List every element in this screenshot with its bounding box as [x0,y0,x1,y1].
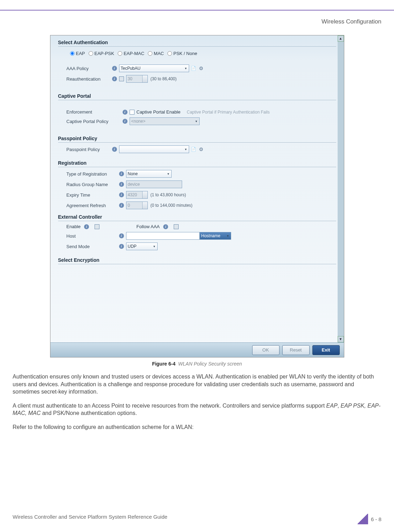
reauth-spinner[interactable]: 30 [126,75,148,83]
captive-enable-label: Captive Portal Enable [137,109,181,115]
section-select-authentication: Select Authentication [58,40,336,47]
expiry-hint: (1 to 43,800 hours) [151,192,186,197]
expiry-spinner[interactable]: 4320 [126,191,148,199]
paragraph-2: A client must authenticate to an Access … [13,402,381,417]
captive-policy-select[interactable]: <none> [130,117,200,125]
reg-type-label: Type of Registration [67,171,119,177]
passpoint-label: Passpoint Policy [67,147,112,152]
scrollbar[interactable] [338,42,344,336]
header-title: Wireless Configuration [13,18,381,25]
page-flag-icon [358,514,368,524]
info-icon[interactable]: i [119,203,124,208]
radio-mac[interactable]: MAC [148,51,164,56]
section-ext-controller: External Controller [58,214,336,221]
scroll-up-button[interactable]: ▲ [338,35,344,42]
info-icon[interactable]: i [123,119,127,124]
host-label: Host [67,233,119,239]
extctrl-enable-label: Enable [67,224,81,229]
info-icon[interactable]: i [119,171,124,176]
extctrl-enable-checkbox[interactable] [95,224,99,229]
figure-number: Figure 6-4 [152,361,175,367]
passpoint-select[interactable] [119,145,189,153]
info-icon[interactable]: i [112,147,117,152]
radio-psk-none[interactable]: PSK / None [167,51,197,56]
radio-eap-mac[interactable]: EAP-MAC [118,51,144,56]
follow-aaa-label: Follow AAA [137,224,160,229]
info-icon[interactable]: i [119,244,124,249]
captive-enable-checkbox[interactable] [130,110,134,115]
info-icon[interactable]: i [112,66,117,71]
scroll-down-button[interactable]: ▼ [338,336,344,342]
expiry-label: Expiry Time [67,192,119,198]
section-passpoint: Passpoint Policy [58,136,336,143]
radio-eap-psk[interactable]: EAP-PSK [89,51,114,56]
refresh-label: Agreement Refresh [67,203,119,208]
figure-title: WLAN Policy Security screen [178,361,242,367]
button-bar: OK Reset Exit [50,342,344,357]
info-icon[interactable]: i [112,76,117,81]
gear-icon[interactable] [198,65,205,71]
reset-button[interactable]: Reset [282,345,310,355]
reauth-hint: (30 to 86,400) [151,76,177,81]
sendmode-select[interactable]: UDP [126,243,158,250]
info-icon[interactable]: i [119,192,124,197]
reauth-checkbox[interactable] [119,76,124,81]
info-icon[interactable]: i [163,224,168,229]
captive-fallback-label: Captive Portal if Primary Authentication… [187,110,270,115]
radio-eap[interactable]: EAP [70,51,85,56]
section-select-encryption: Select Encryption [58,257,336,264]
radius-group-input[interactable] [126,180,182,188]
page-number: 6 - 8 [371,516,381,522]
sendmode-label: Send Mode [67,244,119,249]
aaa-policy-select[interactable]: TecPubAU [119,64,189,72]
aaa-policy-label: AAA Policy [67,66,112,71]
host-input[interactable] [126,232,200,240]
add-policy-icon[interactable] [191,65,197,71]
section-registration: Registration [58,160,336,167]
paragraph-3: Refer to the following to configure an a… [13,423,381,431]
host-type-select[interactable]: Hostname [200,232,231,240]
enforcement-label: Enforcement [67,109,123,115]
auth-radio-group: EAP EAP-PSK EAP-MAC MAC PSK / None [58,51,336,56]
footer-text: Wireless Controller and Service Platform… [13,514,167,524]
info-icon[interactable]: i [119,182,124,187]
radius-group-label: Radius Group Name [67,182,119,187]
ok-button[interactable]: OK [252,345,279,355]
info-icon[interactable]: i [84,224,89,229]
refresh-spinner[interactable]: 0 [126,202,148,209]
add-policy-icon[interactable] [191,146,197,152]
info-icon[interactable]: i [123,110,127,115]
refresh-hint: (0 to 144,000 minutes) [151,203,193,208]
captive-policy-label: Captive Portal Policy [67,119,123,124]
paragraph-1: Authentication ensures only known and tr… [13,373,381,396]
exit-button[interactable]: Exit [312,345,340,355]
section-captive-portal: Captive Portal [58,93,336,100]
info-icon[interactable]: i [119,233,124,238]
follow-aaa-checkbox[interactable] [174,224,179,229]
page-footer: Wireless Controller and Service Platform… [13,514,381,524]
app-screenshot: ▲ ▼ Select Authentication EAP EAP-PSK EA… [50,35,344,357]
reauth-label: Reauthentication [67,76,112,82]
figure-caption: Figure 6-4 WLAN Policy Security screen [50,361,344,367]
reg-type-select[interactable]: None [126,170,172,178]
gear-icon[interactable] [198,146,205,152]
